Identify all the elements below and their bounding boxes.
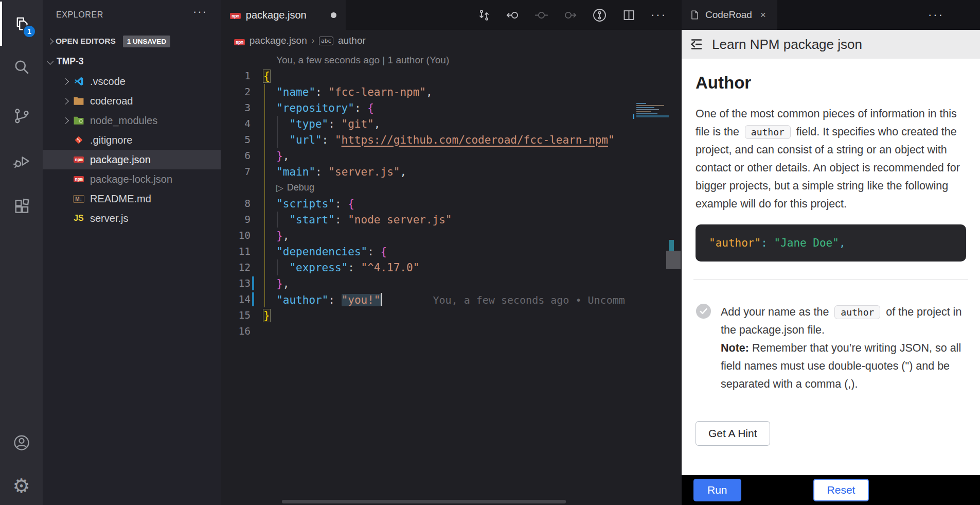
line-number: 12 xyxy=(221,262,251,273)
close-icon[interactable]: × xyxy=(760,9,766,21)
explorer-icon[interactable]: 1 xyxy=(0,2,43,46)
js-icon: JS xyxy=(72,214,86,223)
source-control-icon[interactable] xyxy=(0,94,43,138)
code-line[interactable]: 14"author": "you!"You, a few seconds ago… xyxy=(221,291,682,307)
open-changes-icon[interactable] xyxy=(534,8,548,22)
task-check-icon xyxy=(696,303,711,393)
vscode-icon xyxy=(72,76,86,87)
line-number: 11 xyxy=(221,246,251,257)
reset-button[interactable]: Reset xyxy=(813,479,869,501)
activity-bar: 1 ⚙ xyxy=(0,0,43,505)
file-row[interactable]: .gitignore xyxy=(43,130,221,150)
workspace-root-item[interactable]: TMP-3 xyxy=(43,53,221,70)
divider xyxy=(693,279,968,280)
tab-coderoad[interactable]: CodeRoad × xyxy=(682,0,777,30)
play-outline-icon: ▷ xyxy=(276,182,283,194)
file-label: .vscode xyxy=(90,76,126,88)
file-row[interactable]: npmpackage.json xyxy=(43,150,221,169)
panel-more-actions-icon[interactable]: ··· xyxy=(928,8,944,22)
content-menu-icon[interactable] xyxy=(688,36,705,53)
code-line[interactable]: 16 xyxy=(221,323,682,339)
coderoad-panel: CodeRoad × ··· Learn NPM package json Au… xyxy=(682,0,980,505)
extensions-icon[interactable] xyxy=(0,185,43,229)
chevron-right-icon[interactable] xyxy=(59,99,72,103)
code-line[interactable]: 7"main": "server.js", xyxy=(221,164,682,180)
more-actions-icon[interactable]: ··· xyxy=(651,8,667,22)
tutorial-title: Learn NPM package json xyxy=(712,37,862,53)
node-folder-icon xyxy=(72,116,86,125)
vertical-scrollbar-thumb[interactable] xyxy=(666,251,681,269)
code-line[interactable]: 3"repository": { xyxy=(221,100,682,116)
code-line[interactable]: 8"scripts": { xyxy=(221,196,682,212)
explorer-sidebar: EXPLORER ··· OPEN EDITORS 1 UNSAVED TMP-… xyxy=(43,0,221,505)
line-number: 13 xyxy=(221,277,251,289)
run-and-debug-icon[interactable] xyxy=(0,139,43,183)
get-a-hint-button[interactable]: Get A Hint xyxy=(696,421,770,446)
inline-blame: You, a few seconds ago • Uncomm xyxy=(433,294,625,306)
file-list: .vscodecoderoadnode_modules.gitignorenpm… xyxy=(43,72,221,228)
file-row[interactable]: .vscode xyxy=(43,72,221,91)
chevron-right-icon[interactable] xyxy=(59,79,72,84)
file-label: coderoad xyxy=(90,95,133,107)
file-label: package.json xyxy=(90,154,151,166)
code-line[interactable]: 2"name": "fcc-learn-npm", xyxy=(221,84,682,100)
breadcrumb: npm package.json › abc author xyxy=(221,30,366,51)
file-row[interactable]: M↓README.md xyxy=(43,189,221,208)
code-line[interactable]: 13}, xyxy=(221,275,682,291)
previous-change-icon[interactable] xyxy=(506,8,520,22)
code-line[interactable]: 4"type": "git", xyxy=(221,116,682,132)
editor-actions: ··· xyxy=(477,0,667,30)
code-line[interactable]: 6}, xyxy=(221,148,682,164)
tab-package-json[interactable]: npm package.json xyxy=(221,0,346,30)
unsaved-dot-icon[interactable] xyxy=(331,12,336,18)
blame-header: You, a few seconds ago | 1 author (You) xyxy=(221,53,682,68)
code-line[interactable]: 9"start": "node server.js" xyxy=(221,212,682,228)
debug-codelens[interactable]: ▷Debug xyxy=(221,180,682,196)
timeline-icon[interactable] xyxy=(592,8,607,23)
search-icon[interactable] xyxy=(0,45,43,89)
next-change-icon[interactable] xyxy=(563,8,577,22)
code-line[interactable]: 12"express": "^4.17.0" xyxy=(221,259,682,275)
run-button[interactable]: Run xyxy=(693,479,741,501)
file-row[interactable]: node_modules xyxy=(43,111,221,130)
chevron-right-icon xyxy=(47,38,54,45)
code-editor[interactable]: You, a few seconds ago | 1 author (You) … xyxy=(221,53,682,505)
line-number: 2 xyxy=(221,86,251,98)
code-line[interactable]: 15} xyxy=(221,307,682,323)
file-label: package-lock.json xyxy=(90,173,172,185)
minimap[interactable] xyxy=(636,102,669,123)
code-line[interactable]: 1{ xyxy=(221,68,682,84)
compare-changes-icon[interactable] xyxy=(477,8,491,22)
code-lines: 1{2"name": "fcc-learn-npm",3"repository"… xyxy=(221,68,682,339)
line-number: 15 xyxy=(221,309,251,321)
breadcrumb-file[interactable]: package.json xyxy=(250,35,307,46)
panel-tab-bar: CodeRoad × ··· xyxy=(682,0,980,30)
split-editor-icon[interactable] xyxy=(622,8,636,22)
file-row[interactable]: JSserver.js xyxy=(43,208,221,228)
open-editors-label: OPEN EDITORS xyxy=(56,37,116,46)
npm-icon: npm xyxy=(230,10,241,20)
settings-gear-icon[interactable]: ⚙ xyxy=(0,467,43,505)
horizontal-scrollbar-thumb[interactable] xyxy=(282,500,566,503)
page-title: Author xyxy=(696,73,966,93)
file-row[interactable]: npmpackage-lock.json xyxy=(43,169,221,189)
account-icon[interactable] xyxy=(0,421,43,465)
line-number: 6 xyxy=(221,150,251,162)
npm-icon: npm xyxy=(234,35,245,46)
task-text: Add your name as the author of the proje… xyxy=(721,303,966,393)
folder-icon xyxy=(72,96,86,106)
line-number: 7 xyxy=(221,166,251,178)
line-number: 4 xyxy=(221,118,251,130)
explorer-more-actions-icon[interactable]: ··· xyxy=(193,5,207,19)
code-line[interactable]: 5"url": "https://github.com/coderoad/fcc… xyxy=(221,132,682,148)
breadcrumb-symbol[interactable]: author xyxy=(338,35,366,46)
file-row[interactable]: coderoad xyxy=(43,91,221,111)
chevron-right-icon[interactable] xyxy=(59,118,72,123)
open-editors-section[interactable]: OPEN EDITORS 1 UNSAVED xyxy=(43,33,221,49)
code-line[interactable]: 11"dependencies": { xyxy=(221,243,682,259)
file-label: node_modules xyxy=(90,115,157,127)
editor-group: npm package.json xyxy=(221,0,682,505)
code-line[interactable]: 10}, xyxy=(221,228,682,243)
panel-footer: Run Reset xyxy=(682,475,980,505)
example-code-block: "author": "Jane Doe", xyxy=(696,224,966,262)
